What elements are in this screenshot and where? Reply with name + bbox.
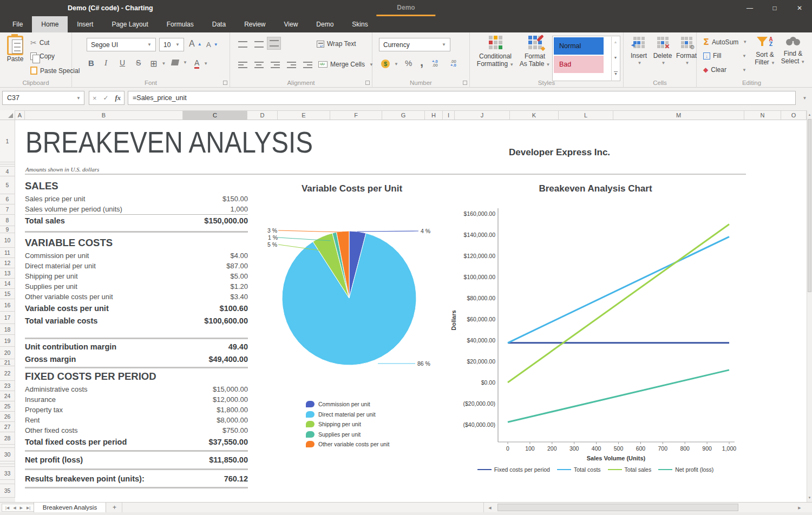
- sheet-row[interactable]: Sales volume per period (units)1,000: [25, 204, 248, 214]
- font-family-combo[interactable]: Segoe UI▼: [87, 38, 156, 51]
- column-header-E[interactable]: E: [278, 110, 330, 120]
- formula-input[interactable]: =Sales_price_unit: [128, 91, 796, 105]
- section-heading-variable-costs[interactable]: VARIABLE COSTS: [25, 235, 248, 250]
- next-sheet-icon[interactable]: ▶: [20, 506, 23, 510]
- row-header-10[interactable]: 10: [0, 233, 15, 248]
- vertical-scroll-thumb[interactable]: [808, 119, 811, 292]
- sheet-row[interactable]: Unit contribution margin49.40: [25, 340, 248, 353]
- line-chart-object[interactable]: Breakeven Analysis Chart $160,000.00$140…: [444, 179, 747, 484]
- worksheet-title[interactable]: BREAKEVEN ANALYSIS: [25, 124, 313, 160]
- align-top-button[interactable]: [235, 38, 250, 51]
- row-header-19[interactable]: 19: [0, 335, 15, 347]
- row-header-26[interactable]: 26: [0, 412, 15, 422]
- sheet-row[interactable]: Property tax$1,800.00: [25, 405, 248, 415]
- row-header-33[interactable]: 33: [0, 467, 15, 480]
- sheet-row[interactable]: Administrative costs$15,000.00: [25, 384, 248, 394]
- scroll-left-icon[interactable]: ◀: [485, 503, 495, 513]
- section-heading-sales[interactable]: SALES: [25, 179, 248, 194]
- cancel-icon[interactable]: ×: [93, 94, 97, 102]
- strikethrough-button[interactable]: S: [136, 58, 141, 67]
- style-swatch-normal[interactable]: Normal: [554, 37, 604, 55]
- first-sheet-icon[interactable]: |◀: [5, 506, 9, 510]
- column-header-H[interactable]: H: [425, 110, 443, 120]
- conditional-formatting-button[interactable]: Conditional Formatting▼: [474, 36, 516, 69]
- column-header-I[interactable]: I: [443, 110, 455, 120]
- row-header-14[interactable]: 14: [0, 279, 15, 289]
- ribbon-tab-home[interactable]: Home: [32, 16, 68, 32]
- font-dialog-launcher[interactable]: [223, 81, 227, 85]
- column-header-B[interactable]: B: [25, 110, 183, 120]
- column-header-M[interactable]: M: [613, 110, 744, 120]
- worksheet-subtitle[interactable]: Amounts shown in U.S. dollars: [25, 166, 99, 173]
- ribbon-tab-file[interactable]: File: [3, 16, 32, 32]
- section-heading-fixed-costs-per-period[interactable]: FIXED COSTS PER PERIOD: [25, 369, 248, 384]
- alignment-dialog-launcher[interactable]: [365, 81, 370, 85]
- align-center-button[interactable]: [252, 58, 266, 71]
- vertical-scrollbar[interactable]: ▲▼: [807, 110, 812, 502]
- row-header-18[interactable]: 18: [0, 324, 15, 335]
- sheet-row[interactable]: Gross margin$49,400.00: [25, 353, 248, 365]
- horizontal-scrollbar[interactable]: ◀ ▶: [483, 503, 807, 513]
- company-name[interactable]: Developer Express Inc.: [509, 147, 610, 158]
- ribbon-tab-data[interactable]: Data: [203, 16, 235, 32]
- scroll-down-icon[interactable]: ▼: [807, 496, 812, 499]
- sheet-row[interactable]: Sales price per unit$150.00: [25, 194, 248, 204]
- sheet-row[interactable]: Total variable costs$100,600.00: [25, 314, 248, 327]
- sheet-row[interactable]: Other fixed costs$750.00: [25, 425, 248, 435]
- sheet-row[interactable]: Results breakeven point (units):760.12: [25, 472, 248, 485]
- column-header-L[interactable]: L: [559, 110, 613, 120]
- paste-button[interactable]: Paste: [3, 36, 27, 63]
- row-header-13[interactable]: 13: [0, 268, 15, 279]
- column-header-J[interactable]: J: [455, 110, 510, 120]
- row-header-15[interactable]: 15: [0, 289, 15, 299]
- accounting-format-button[interactable]: $▼: [381, 60, 398, 68]
- delete-cells-button[interactable]: ✕ Delete▼: [652, 37, 673, 67]
- add-sheet-button[interactable]: +: [107, 503, 122, 513]
- cell-styles-gallery[interactable]: NormalBad ▲▼▼: [552, 36, 620, 81]
- column-header-O[interactable]: O: [781, 110, 807, 120]
- ribbon-tab-insert[interactable]: Insert: [68, 16, 102, 32]
- format-cells-button[interactable]: ⚙ Format▼: [676, 37, 697, 67]
- number-dialog-launcher[interactable]: [463, 81, 467, 85]
- row-header-30[interactable]: 30: [0, 448, 15, 461]
- scroll-up-icon[interactable]: ▲: [807, 113, 812, 116]
- number-format-combo[interactable]: Currency▼: [379, 38, 450, 51]
- row-header-11[interactable]: 11: [0, 248, 15, 258]
- italic-button[interactable]: I: [104, 58, 107, 68]
- close-button[interactable]: ✕: [787, 0, 812, 16]
- row-header-4[interactable]: 4: [0, 167, 15, 176]
- name-box[interactable]: C37▼: [2, 91, 84, 105]
- percent-style-button[interactable]: %: [405, 58, 412, 68]
- row-header-12[interactable]: 12: [0, 258, 15, 268]
- column-header-D[interactable]: D: [247, 110, 278, 120]
- row-header-21[interactable]: 21: [0, 359, 15, 366]
- column-header-K[interactable]: K: [510, 110, 559, 120]
- titlebar-demo-tab[interactable]: Demo: [376, 0, 435, 16]
- find-select-button[interactable]: Find & Select▼: [780, 37, 806, 66]
- row-header-8[interactable]: 8: [0, 215, 15, 226]
- enter-icon[interactable]: ✓: [103, 94, 109, 102]
- comma-style-button[interactable]: ,: [420, 55, 423, 69]
- row-header-17[interactable]: 17: [0, 312, 15, 324]
- sort-filter-button[interactable]: AZ Sort & Filter▼: [751, 37, 779, 67]
- sheet-row[interactable]: Direct material per unit$87.00: [25, 261, 248, 271]
- ribbon-tab-skins[interactable]: Skins: [343, 16, 377, 32]
- row-header-24[interactable]: 24: [0, 391, 15, 401]
- sheet-row[interactable]: Commission per unit$4.00: [25, 250, 248, 261]
- style-swatch-bad[interactable]: Bad: [554, 56, 604, 73]
- ribbon-tab-page-layout[interactable]: Page Layout: [102, 16, 157, 32]
- horizontal-scroll-thumb[interactable]: [497, 504, 738, 511]
- ribbon-tab-demo[interactable]: Demo: [307, 16, 343, 32]
- sheet-row[interactable]: Total fixed costs per period$37,550.00: [25, 435, 248, 448]
- fill-button[interactable]: ↓Fill▼: [703, 52, 746, 60]
- increase-decimal-button[interactable]: +.0.00: [432, 60, 438, 67]
- column-header-A[interactable]: A: [15, 110, 25, 120]
- align-bottom-button[interactable]: [267, 37, 281, 50]
- sheet-tab-breakeven-analysis[interactable]: Breakeven Analysis: [34, 503, 106, 513]
- row-header-5[interactable]: 5: [0, 176, 15, 194]
- merge-cells-button[interactable]: Merge Cells▼: [318, 61, 374, 68]
- select-all-corner[interactable]: [0, 110, 15, 120]
- sheet-row[interactable]: Rent$8,000.00: [25, 415, 248, 425]
- column-header-C[interactable]: C: [183, 110, 247, 120]
- ribbon-tab-view[interactable]: View: [275, 16, 307, 32]
